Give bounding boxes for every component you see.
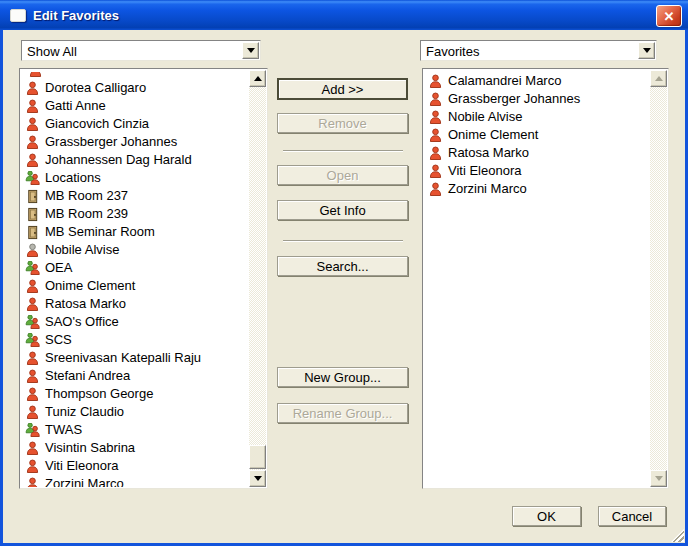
list-item[interactable]: Zorzini Marco: [21, 475, 249, 487]
get-info-button[interactable]: Get Info: [277, 200, 408, 220]
list-item[interactable]: Visintin Sabrina: [21, 439, 249, 457]
list-item-label: SCS: [45, 331, 72, 349]
person-icon: [24, 476, 40, 487]
list-item-label: Tuniz Claudio: [45, 403, 124, 421]
list-item[interactable]: SAO's Office: [21, 313, 249, 331]
list-item[interactable]: MB Seminar Room: [21, 223, 249, 241]
arrow-down-icon: [254, 476, 262, 481]
edit-favorites-dialog: Edit Favorites ✕ Show All Favorites Doro…: [0, 0, 688, 546]
person-icon: [24, 368, 40, 384]
person-icon: [427, 163, 443, 179]
arrow-up-icon: [655, 76, 663, 81]
close-button[interactable]: ✕: [656, 5, 682, 27]
group-icon: [24, 422, 40, 438]
right-filter-dropdown-button[interactable]: [638, 42, 655, 59]
new-group-button[interactable]: New Group...: [277, 367, 408, 387]
scroll-down-button[interactable]: [650, 470, 667, 487]
list-item[interactable]: Onime Clement: [21, 277, 249, 295]
all-contacts-listbox[interactable]: Dorotea CalligaroGatti AnneGiancovich Ci…: [19, 68, 268, 489]
list-item[interactable]: Viti Eleonora: [21, 457, 249, 475]
list-item-label: Stefani Andrea: [45, 367, 130, 385]
person-icon: [427, 181, 443, 197]
list-item[interactable]: Stefani Andrea: [21, 367, 249, 385]
person-icon: [24, 152, 40, 168]
scrollbar-thumb[interactable]: [249, 445, 266, 469]
person-icon: [24, 134, 40, 150]
person-gray-icon: [24, 242, 40, 258]
list-item-label: Sreenivasan Katepalli Raju: [45, 349, 201, 367]
list-item[interactable]: SCS: [21, 331, 249, 349]
list-item-label: Onime Clement: [45, 277, 135, 295]
list-item-label: Giancovich Cinzia: [45, 115, 149, 133]
list-item[interactable]: Tuniz Claudio: [21, 403, 249, 421]
left-filter-dropdown-button[interactable]: [242, 42, 259, 59]
right-filter-combobox[interactable]: Favorites: [420, 40, 657, 61]
titlebar[interactable]: Edit Favorites ✕: [0, 0, 688, 30]
list-item[interactable]: Ratosa Marko: [21, 295, 249, 313]
scroll-up-button[interactable]: [650, 70, 667, 87]
list-item-label: SAO's Office: [45, 313, 119, 331]
window-icon: [10, 9, 26, 22]
list-item[interactable]: Grassberger Johannes: [21, 133, 249, 151]
search-button[interactable]: Search...: [277, 256, 408, 276]
list-item[interactable]: Sreenivasan Katepalli Raju: [21, 349, 249, 367]
list-item[interactable]: Calamandrei Marco: [424, 72, 650, 90]
list-item[interactable]: Nobile Alvise: [21, 241, 249, 259]
window-title: Edit Favorites: [33, 8, 119, 23]
person-icon: [24, 116, 40, 132]
add-button[interactable]: Add >>: [277, 78, 408, 100]
right-list-scrollbar[interactable]: [650, 70, 667, 487]
list-item-label: Nobile Alvise: [45, 241, 119, 259]
separator: [283, 150, 403, 152]
list-item[interactable]: Gatti Anne: [21, 97, 249, 115]
chevron-down-icon: [643, 48, 651, 53]
list-item-label: Ratosa Marko: [448, 144, 529, 162]
list-item-label: Nobile Alvise: [448, 108, 522, 126]
left-filter-combobox[interactable]: Show All: [21, 40, 261, 61]
list-item-label: Gatti Anne: [45, 97, 106, 115]
list-item[interactable]: Dorotea Calligaro: [21, 79, 249, 97]
favorites-rows: Calamandrei MarcoGrassberger JohannesNob…: [424, 70, 650, 487]
list-item[interactable]: Giancovich Cinzia: [21, 115, 249, 133]
list-item[interactable]: Locations: [21, 169, 249, 187]
group-icon: [24, 314, 40, 330]
list-item[interactable]: Grassberger Johannes: [424, 90, 650, 108]
person-icon: [427, 145, 443, 161]
person-icon: [427, 127, 443, 143]
scroll-down-button[interactable]: [249, 470, 266, 487]
door-icon: [24, 206, 40, 222]
list-item[interactable]: Thompson George: [21, 385, 249, 403]
list-item[interactable]: Ratosa Marko: [424, 144, 650, 162]
left-list-scrollbar[interactable]: [249, 70, 266, 487]
list-item-label: Viti Eleonora: [45, 457, 118, 475]
list-item-label: TWAS: [45, 421, 82, 439]
person-icon: [427, 109, 443, 125]
list-item[interactable]: TWAS: [21, 421, 249, 439]
list-item-label: OEA: [45, 259, 72, 277]
cancel-button[interactable]: Cancel: [598, 506, 666, 526]
person-icon: [24, 404, 40, 420]
list-item[interactable]: Viti Eleonora: [424, 162, 650, 180]
favorites-listbox[interactable]: Calamandrei MarcoGrassberger JohannesNob…: [422, 68, 669, 489]
person-icon: [27, 72, 43, 78]
list-item-label: Visintin Sabrina: [45, 439, 135, 457]
scroll-up-button[interactable]: [249, 70, 266, 87]
list-item-label: Johannessen Dag Harald: [45, 151, 192, 169]
ok-button[interactable]: OK: [512, 506, 581, 526]
list-item[interactable]: MB Room 239: [21, 205, 249, 223]
list-item-partial[interactable]: [21, 72, 249, 79]
person-icon: [427, 73, 443, 89]
list-item[interactable]: Zorzini Marco: [424, 180, 650, 198]
list-item[interactable]: Johannessen Dag Harald: [21, 151, 249, 169]
list-item[interactable]: Nobile Alvise: [424, 108, 650, 126]
list-item[interactable]: MB Room 237: [21, 187, 249, 205]
person-icon: [24, 440, 40, 456]
group-icon: [24, 170, 40, 186]
list-item[interactable]: OEA: [21, 259, 249, 277]
list-item[interactable]: Onime Clement: [424, 126, 650, 144]
person-icon: [24, 296, 40, 312]
rename-group-button: Rename Group...: [277, 403, 408, 423]
list-item-label: Onime Clement: [448, 126, 538, 144]
arrow-down-icon: [655, 476, 663, 481]
list-item-label: MB Room 237: [45, 187, 128, 205]
